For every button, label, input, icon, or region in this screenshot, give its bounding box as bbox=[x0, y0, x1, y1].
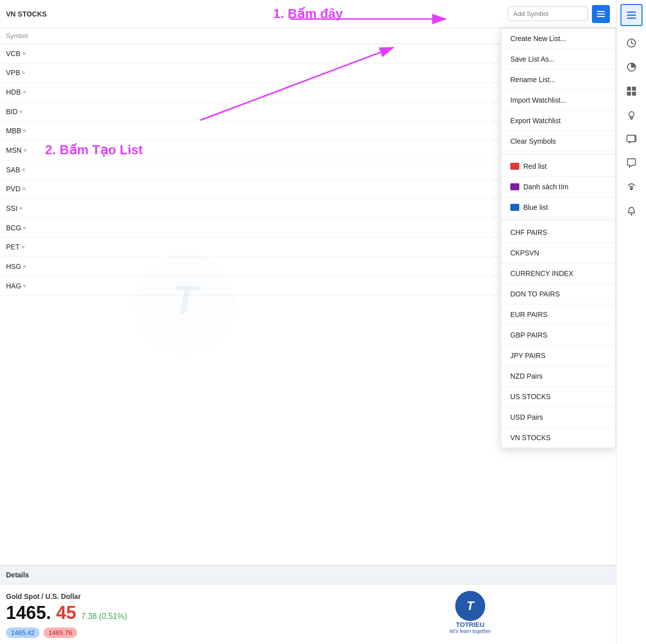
menu-item-don-to-pairs[interactable]: DON TO PAIRS bbox=[501, 284, 615, 304]
menu-item-danh-sach-tim[interactable]: Danh sách tím bbox=[501, 177, 615, 197]
stock-dot bbox=[23, 284, 26, 287]
stock-dot bbox=[24, 149, 27, 152]
svg-line-13 bbox=[631, 43, 633, 44]
menu-item-us-stocks[interactable]: US STOCKS bbox=[501, 387, 615, 407]
menu-divider bbox=[501, 220, 615, 220]
menu-item-label: CURRENCY INDEX bbox=[510, 269, 573, 277]
menu-item-clear-symbols[interactable]: Clear Symbols bbox=[501, 131, 615, 152]
stock-symbol: SAB bbox=[6, 166, 510, 174]
details-header: Details bbox=[0, 566, 616, 584]
pie-icon[interactable] bbox=[620, 56, 642, 78]
stock-dot bbox=[23, 91, 26, 94]
menu-item-label: EUR PAIRS bbox=[510, 310, 547, 318]
svg-rect-18 bbox=[632, 92, 636, 96]
dropdown-items-container: Create New List...Save List As...Rename … bbox=[501, 29, 615, 448]
svg-point-19 bbox=[629, 112, 634, 117]
menu-item-label: Blue list bbox=[523, 203, 548, 211]
stock-dot bbox=[22, 245, 25, 248]
menu-item-label: Clear Symbols bbox=[510, 137, 556, 145]
grid-icon[interactable] bbox=[620, 80, 642, 102]
stock-dot bbox=[23, 129, 26, 132]
details-section: Details Gold Spot / U.S. Dollar 1465.45 … bbox=[0, 565, 616, 644]
svg-rect-1 bbox=[597, 14, 605, 15]
menu-item-gbp-pairs[interactable]: GBP PAIRS bbox=[501, 325, 615, 346]
menu-item-currency-index[interactable]: CURRENCY INDEX bbox=[501, 263, 615, 284]
add-symbol-input[interactable] bbox=[508, 7, 588, 21]
stock-symbol: SSI bbox=[6, 204, 510, 212]
dropdown-menu: Create New List...Save List As...Rename … bbox=[501, 28, 616, 448]
stock-symbol: HSG bbox=[6, 262, 510, 270]
menu-item-label: Import Watchlist... bbox=[510, 96, 566, 104]
stock-dot bbox=[22, 71, 25, 74]
menu-item-label: Danh sách tím bbox=[523, 183, 568, 191]
menu-item-create-new-list[interactable]: Create New List... bbox=[501, 29, 615, 49]
menu-item-save-list-as[interactable]: Save List As... bbox=[501, 49, 615, 70]
svg-rect-15 bbox=[627, 87, 631, 91]
stock-symbol: BCG bbox=[6, 224, 510, 232]
svg-rect-9 bbox=[627, 15, 636, 16]
stock-dot bbox=[23, 265, 26, 268]
menu-item-rename-list[interactable]: Rename List... bbox=[501, 70, 615, 90]
ask-tag: 1465.76 bbox=[44, 627, 77, 638]
logo-tagline: let's learn together bbox=[450, 628, 491, 634]
menu-button[interactable] bbox=[592, 5, 610, 23]
menu-item-label: Rename List... bbox=[510, 76, 555, 84]
menu-item-label: USD Pairs bbox=[510, 413, 543, 421]
menu-item-label: Save List As... bbox=[510, 55, 555, 63]
svg-rect-10 bbox=[627, 18, 636, 19]
menu-item-label: US STOCKS bbox=[510, 393, 551, 401]
menu-item-usd-pairs[interactable]: USD Pairs bbox=[501, 407, 615, 428]
chat1-icon[interactable] bbox=[620, 128, 642, 150]
svg-rect-8 bbox=[627, 12, 636, 13]
menu-item-eur-pairs[interactable]: EUR PAIRS bbox=[501, 304, 615, 325]
chat2-icon[interactable] bbox=[620, 152, 642, 174]
price-integer: 1465. bbox=[6, 602, 51, 623]
stock-dot bbox=[22, 168, 25, 171]
stock-symbol: MBB bbox=[6, 127, 510, 135]
bulb-icon[interactable] bbox=[620, 104, 642, 126]
stock-dot bbox=[20, 207, 23, 210]
price-tags: 1465.42 1465.76 bbox=[6, 627, 610, 638]
stock-dot bbox=[23, 187, 26, 190]
menu-item-red-list[interactable]: Red list bbox=[501, 156, 615, 177]
menu-item-import-watchlist[interactable]: Import Watchlist... bbox=[501, 90, 615, 111]
menu-divider bbox=[501, 154, 615, 154]
bid-tag: 1465.42 bbox=[6, 627, 40, 638]
stock-symbol: VCB bbox=[6, 50, 510, 58]
stock-symbol: PET bbox=[6, 243, 510, 251]
menu-item-label: JPY PAIRS bbox=[510, 352, 545, 360]
stock-symbol: MSN bbox=[6, 146, 510, 154]
details-instrument-name: Gold Spot / U.S. Dollar bbox=[6, 592, 610, 600]
menu-item-ckpsvn[interactable]: CKPSVN bbox=[501, 243, 615, 263]
header-right bbox=[508, 5, 610, 23]
menu-item-label: Export Watchlist bbox=[510, 117, 561, 125]
logo-icon: T bbox=[455, 591, 485, 621]
menu-item-jpy-pairs[interactable]: JPY PAIRS bbox=[501, 346, 615, 366]
svg-rect-0 bbox=[597, 11, 605, 12]
flag-red-icon bbox=[510, 163, 519, 170]
stock-dot bbox=[23, 52, 26, 55]
menu-item-label: DON TO PAIRS bbox=[510, 290, 560, 298]
right-sidebar bbox=[616, 0, 646, 644]
svg-rect-2 bbox=[597, 16, 605, 17]
menu-item-nzd-pairs[interactable]: NZD Pairs bbox=[501, 366, 615, 387]
signal-icon[interactable] bbox=[620, 176, 642, 198]
price-change: 7.38 (0.51%) bbox=[81, 612, 127, 621]
stock-symbol: HAG bbox=[6, 282, 510, 290]
menu-item-label: GBP PAIRS bbox=[510, 331, 547, 339]
watchlist-header: VN STOCKS bbox=[0, 0, 616, 28]
bell-icon[interactable] bbox=[620, 200, 642, 222]
menu-item-export-watchlist[interactable]: Export Watchlist bbox=[501, 111, 615, 131]
menu-item-vn-stocks[interactable]: VN STOCKS bbox=[501, 428, 615, 448]
flag-purple-icon bbox=[510, 183, 519, 190]
main-content: 1. Bấm đây VN STOCKS Symbol Last bbox=[0, 0, 616, 644]
clock-icon[interactable] bbox=[620, 32, 642, 54]
menu-item-chf-pairs[interactable]: CHF PAIRS bbox=[501, 222, 615, 243]
price-decimal: 45 bbox=[56, 602, 76, 623]
stock-symbol: VPB bbox=[6, 69, 510, 77]
menu-item-blue-list[interactable]: Blue list bbox=[501, 197, 615, 218]
menu-item-label: VN STOCKS bbox=[510, 434, 551, 442]
lines-icon[interactable] bbox=[620, 4, 642, 26]
svg-rect-16 bbox=[632, 87, 636, 91]
details-content: Gold Spot / U.S. Dollar 1465.45 7.38 (0.… bbox=[0, 584, 616, 644]
